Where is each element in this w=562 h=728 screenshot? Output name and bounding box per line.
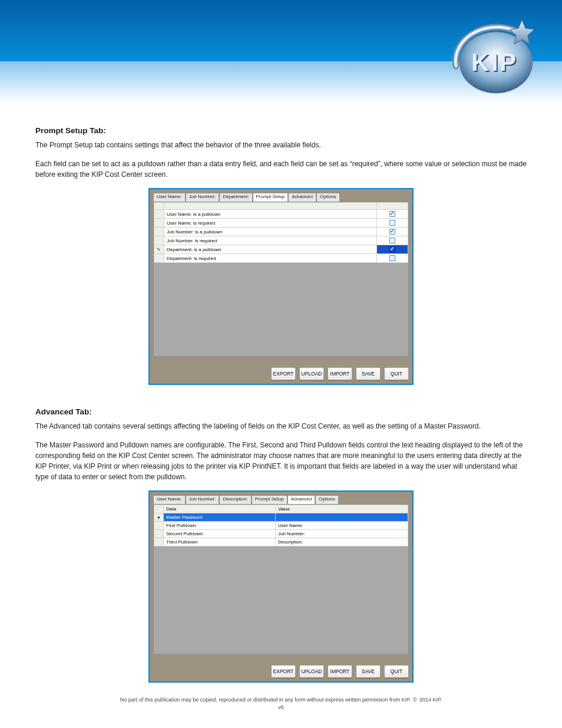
button-bar-2: EXPORTUPLOADIMPORTSAVEQUIT xyxy=(271,665,409,678)
checkbox[interactable] xyxy=(389,255,395,261)
button-bar-1: EXPORTUPLOADIMPORTSAVEQUIT xyxy=(271,367,409,380)
section-body-advanced-2: The Master Password and Pulldown names a… xyxy=(35,440,527,482)
ss1-tab-1[interactable]: Job Number: xyxy=(186,193,220,202)
content: Prompt Setup Tab: The Prompt Setup tab c… xyxy=(0,103,562,694)
ss2-import-button[interactable]: IMPORT xyxy=(328,665,352,678)
ss1-tab-2[interactable]: Department: xyxy=(219,193,252,202)
copyright-symbol: © xyxy=(413,697,417,704)
ss2-tab-2[interactable]: Description: xyxy=(219,495,251,504)
prompt-setup-row[interactable]: Department: is a pulldown xyxy=(154,245,408,254)
page: { "header": { "logo_text": "KIP" }, "sec… xyxy=(0,0,562,728)
checkbox[interactable] xyxy=(389,211,395,217)
screenshot-prompt-setup: User Name:Job Number:Department:Prompt S… xyxy=(148,188,414,385)
grid-panel-2: Data Value ▸Master PasswordFirst Pulldow… xyxy=(153,504,409,654)
section-body-prompt-setup-2: Each field can be set to act as a pulldo… xyxy=(35,159,527,180)
prompt-setup-row[interactable]: Job Number: is a pulldown xyxy=(154,228,408,236)
prompt-row-label: Job Number: is required xyxy=(164,236,376,245)
footer-version: v5 xyxy=(0,704,562,711)
ss1-export-button[interactable]: EXPORT xyxy=(271,367,296,380)
ss2-tab-4[interactable]: Advanced xyxy=(287,495,316,504)
ss1-quit-button[interactable]: QUIT xyxy=(384,367,409,380)
ss2-tab-1[interactable]: Job Number: xyxy=(186,495,220,504)
section-title-prompt-setup: Prompt Setup Tab: xyxy=(35,126,527,135)
advanced-row-value[interactable]: Description: xyxy=(276,538,408,546)
grid-panel-1: User Name: is a pulldownUser Name: is re… xyxy=(153,202,409,357)
prompt-row-label: Department: is a pulldown xyxy=(164,245,376,254)
advanced-row[interactable]: Second Pulldown:Job Number: xyxy=(154,530,408,538)
footer-line-1b: 2014 KIP. xyxy=(419,697,442,704)
advanced-row-data: Master Password xyxy=(164,513,276,522)
advanced-row[interactable]: First Pulldown:User Name: xyxy=(154,522,408,530)
col-header-data: Data xyxy=(164,505,276,513)
advanced-grid[interactable]: Data Value ▸Master PasswordFirst Pulldow… xyxy=(154,505,408,546)
checkbox[interactable] xyxy=(389,220,395,226)
checkbox[interactable] xyxy=(389,229,395,235)
window-prompt-setup: User Name:Job Number:Department:Prompt S… xyxy=(150,189,412,384)
screenshot-advanced: User Name:Job Number:Description:Prompt … xyxy=(148,490,414,683)
ss1-upload-button[interactable]: UPLOAD xyxy=(299,367,324,380)
window-advanced: User Name:Job Number:Description:Prompt … xyxy=(150,492,412,681)
section-body-advanced-1: The Advanced tab contains several settin… xyxy=(35,421,527,431)
ss2-export-button[interactable]: EXPORT xyxy=(271,665,296,678)
tab-strip-1: User Name:Job Number:Department:Prompt S… xyxy=(153,193,409,202)
section-title-advanced: Advanced Tab: xyxy=(35,407,527,416)
ss1-import-button[interactable]: IMPORT xyxy=(328,367,352,380)
prompt-setup-grid[interactable]: User Name: is a pulldownUser Name: is re… xyxy=(154,202,408,263)
col-header-value: Value xyxy=(276,505,408,513)
footer-line-1a: No part of this publication may be copie… xyxy=(120,697,411,704)
advanced-row[interactable]: ▸Master Password xyxy=(154,513,408,522)
kip-logo: K I P K I P xyxy=(444,12,538,97)
prompt-setup-row[interactable]: Department: is required xyxy=(154,254,408,263)
advanced-row-value[interactable]: Job Number: xyxy=(276,530,408,538)
banner: K I P K I P xyxy=(0,0,562,103)
checkbox[interactable] xyxy=(389,246,395,252)
ss2-tab-3[interactable]: Prompt Setup xyxy=(252,495,287,504)
prompt-row-label: Department: is required xyxy=(164,254,376,263)
ss2-save-button[interactable]: SAVE xyxy=(356,665,381,678)
advanced-row[interactable]: Third Pulldown:Description: xyxy=(154,538,408,546)
tab-strip-2: User Name:Job Number:Description:Prompt … xyxy=(153,495,409,504)
advanced-row-data: First Pulldown: xyxy=(164,522,276,530)
ss1-save-button[interactable]: SAVE xyxy=(356,367,381,380)
prompt-row-label: User Name: is required xyxy=(164,219,376,228)
prompt-setup-row[interactable]: User Name: is required xyxy=(154,219,408,228)
ss2-upload-button[interactable]: UPLOAD xyxy=(299,665,324,678)
prompt-row-label: User Name: is a pulldown xyxy=(164,210,376,219)
advanced-row-data: Second Pulldown: xyxy=(164,530,276,538)
pencil-icon xyxy=(157,247,161,252)
prompt-setup-row[interactable]: Job Number: is required xyxy=(154,236,408,245)
ss1-tab-5[interactable]: Options xyxy=(316,193,340,202)
ss2-tab-0[interactable]: User Name: xyxy=(153,495,186,504)
grid-empty-area-2 xyxy=(154,546,408,654)
section-body-prompt-setup-1: The Prompt Setup tab contains settings t… xyxy=(35,140,527,150)
advanced-row-value[interactable] xyxy=(276,513,408,522)
prompt-row-label: Job Number: is a pulldown xyxy=(164,228,376,236)
svg-text:I: I xyxy=(491,48,498,76)
ss2-quit-button[interactable]: QUIT xyxy=(384,665,409,678)
svg-text:P: P xyxy=(500,48,516,76)
prompt-setup-row[interactable]: User Name: is a pulldown xyxy=(154,210,408,219)
ss1-tab-4[interactable]: Advanced xyxy=(288,193,316,202)
page-footer: No part of this publication may be copie… xyxy=(0,697,562,711)
advanced-row-value[interactable]: User Name: xyxy=(276,522,408,530)
checkbox[interactable] xyxy=(389,238,395,243)
advanced-row-data: Third Pulldown: xyxy=(164,538,276,546)
ss1-tab-3[interactable]: Prompt Setup xyxy=(253,193,289,202)
grid-empty-area-1 xyxy=(154,263,408,356)
svg-text:K: K xyxy=(471,48,489,76)
ss1-tab-0[interactable]: User Name: xyxy=(153,193,186,202)
ss2-tab-5[interactable]: Options xyxy=(315,495,339,504)
